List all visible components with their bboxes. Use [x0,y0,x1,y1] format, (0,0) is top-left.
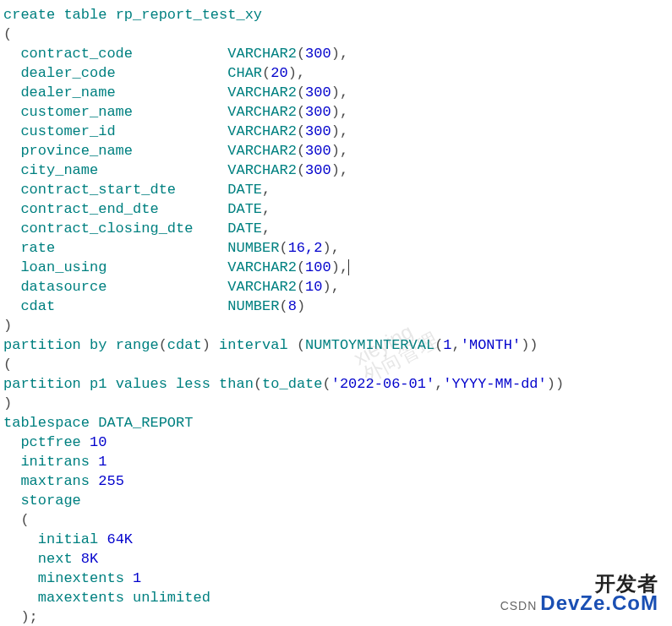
col-name: contract_closing_dte [20,220,227,237]
minextents-val: 1 [133,570,141,586]
kw-storage: storage [20,493,80,509]
kw-pctfree: pctfree [20,434,80,450]
kw-create: create [3,7,55,23]
kw-minextents: minextents [38,570,124,586]
col-name: datasource [20,279,227,295]
interval-arg2: 'MONTH' [461,337,521,353]
maxtrans-val: 255 [98,473,124,489]
kw-by: by [90,337,107,353]
close-paren: ) [3,318,12,334]
initial-val: 64K [107,531,133,547]
interval-fn: NUMTOYMINTERVAL [305,337,434,353]
kw-tablespace: tablespace [3,415,90,431]
col-name: dealer_name [20,84,227,101]
to-date-arg2: 'YYYY-MM-dd' [443,376,546,392]
logo-line2: DevZe.CoM [540,591,658,614]
kw-partition2: partition [3,376,81,392]
kw-range: range [116,337,159,353]
col-name: cdat [20,298,227,314]
next-val: 8K [81,551,98,567]
tablespace-name: DATA_REPORT [98,415,193,431]
footer-logo: 开发者 CSDNDevZe.CoM [500,574,658,616]
kw-initrans: initrans [20,454,90,470]
pctfree-val: 10 [90,434,107,450]
semicolon: ; [30,609,38,625]
open-paren: ( [3,26,12,42]
maxextents-val: unlimited [133,590,210,606]
kw-maxtrans: maxtrans [20,473,90,489]
initrans-val: 1 [98,454,107,470]
range-col: cdat [167,337,202,353]
col-name: city_name [20,162,227,178]
kw-than: than [219,376,254,392]
kw-values: values [116,376,167,392]
col-name: loan_using [20,259,227,275]
col-name: rate [20,240,227,256]
col-name: province_name [20,143,227,159]
logo-prefix: CSDN [500,599,538,612]
col-name: customer_id [20,123,227,139]
col-name: contract_end_dte [20,201,227,217]
interval-arg1: 1 [443,337,451,353]
kw-less: less [176,376,210,392]
col-name: contract_code [20,46,227,62]
kw-table: table [63,7,107,23]
kw-interval: interval [219,337,288,353]
to-date-fn: to_date [262,376,322,392]
col-name: dealer_code [20,65,227,81]
kw-initial: initial [38,531,98,547]
sql-code-block: create table rp_report_test_xy ( contrac… [0,0,672,626]
kw-next: next [38,551,73,567]
columns-container: contract_code VARCHAR2(300), dealer_code… [3,46,349,314]
partition-name: p1 [90,376,107,392]
kw-partition: partition [3,337,81,353]
to-date-arg1: '2022-06-01' [331,376,434,392]
col-name: contract_start_dte [20,182,227,198]
col-name: customer_name [20,104,227,120]
table-name: rp_report_test_xy [116,7,262,23]
kw-maxextents: maxextents [38,590,124,606]
